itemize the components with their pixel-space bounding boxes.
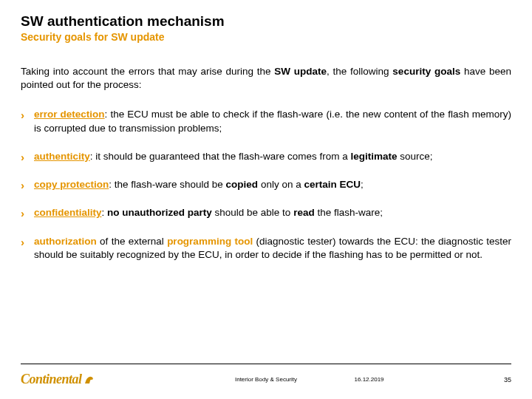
- goal-bold: no unauthorized party: [107, 207, 212, 218]
- goal-keyword: copy protection: [34, 179, 109, 190]
- bullet-marker-icon: ›: [21, 235, 24, 250]
- intro-bold-1: SW update: [274, 66, 327, 77]
- goal-list: › error detection: the ECU must be able …: [21, 108, 511, 262]
- goal-authorization: › authorization of the external programm…: [21, 235, 511, 262]
- slide-content: SW authentication mechanism Security goa…: [0, 0, 532, 262]
- footer-date: 16.12.2019: [355, 376, 384, 383]
- slide-subtitle: Security goals for SW update: [21, 31, 511, 43]
- footer-row: Continental Interior Body & Security 16.…: [21, 372, 511, 387]
- footer-divider: [21, 364, 511, 364]
- goal-text: the flash-ware;: [315, 207, 383, 218]
- intro-text-2: , the following: [327, 66, 392, 77]
- goal-text: : the flash-ware should be: [109, 179, 225, 190]
- logo-text: Continental: [21, 372, 82, 387]
- horse-icon: [83, 375, 95, 385]
- slide-footer: Continental Interior Body & Security 16.…: [21, 364, 511, 387]
- goal-bold: certain ECU: [304, 179, 361, 190]
- continental-logo: Continental: [21, 372, 95, 387]
- bullet-marker-icon: ›: [21, 150, 24, 165]
- goal-text: source;: [398, 151, 433, 162]
- goal-bold: copied: [226, 179, 259, 190]
- goal-keyword-2: programming tool: [167, 236, 253, 247]
- goal-text: :: [102, 207, 108, 218]
- goal-text: only on a: [258, 179, 304, 190]
- goal-error-detection: › error detection: the ECU must be able …: [21, 108, 511, 134]
- goal-bold: read: [293, 207, 315, 218]
- goal-text: : it should be guaranteed that the flash…: [90, 151, 351, 162]
- footer-page-number: 35: [504, 376, 511, 383]
- goal-text: : the ECU must be able to check if the f…: [34, 109, 511, 133]
- goal-confidentiality: › confidentiality: no unauthorized party…: [21, 206, 511, 219]
- goal-text: should be able to: [212, 207, 293, 218]
- goal-keyword: authorization: [34, 236, 97, 247]
- goal-authenticity: › authenticity: it should be guaranteed …: [21, 150, 511, 163]
- bullet-marker-icon: ›: [21, 108, 24, 123]
- footer-division: Interior Body & Security: [235, 376, 297, 383]
- intro-text: Taking into account the errors that may …: [21, 66, 274, 77]
- goal-keyword: error detection: [34, 109, 105, 120]
- slide-title: SW authentication mechanism: [21, 13, 511, 30]
- goal-keyword: confidentiality: [34, 207, 102, 218]
- bullet-marker-icon: ›: [21, 206, 24, 221]
- bullet-marker-icon: ›: [21, 178, 24, 193]
- intro-paragraph: Taking into account the errors that may …: [21, 65, 511, 92]
- intro-bold-2: security goals: [392, 66, 460, 77]
- goal-text: of the external: [97, 236, 167, 247]
- goal-text: ;: [361, 179, 364, 190]
- goal-copy-protection: › copy protection: the flash-ware should…: [21, 178, 511, 191]
- goal-bold: legitimate: [350, 151, 397, 162]
- goal-keyword: authenticity: [34, 151, 90, 162]
